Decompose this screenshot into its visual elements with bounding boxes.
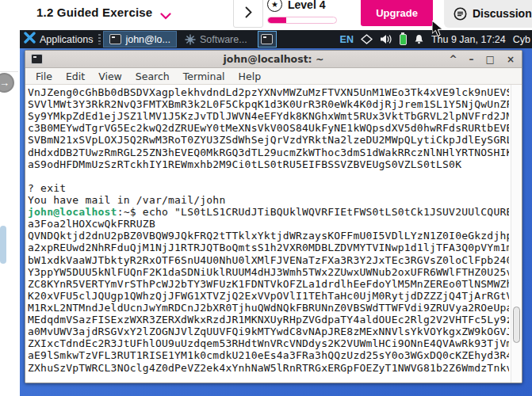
terminal-line: QVNDQktjd2dnU2pBZ0VBQW9JQkFRQ2tTTklxYktj… (28, 230, 509, 242)
menu-search[interactable]: Search (130, 69, 175, 84)
menu-terminal[interactable]: Terminal (178, 69, 231, 84)
terminal-line: dHdxdDB2TUwzRmRGL25ZN3hEVEQ0MkRGQ3dTL29u… (28, 147, 509, 158)
chevron-right-icon (245, 6, 252, 18)
maximize-button[interactable]: □ (486, 55, 495, 64)
task-button-software[interactable]: Software... (179, 31, 253, 48)
applications-menu-icon (24, 32, 36, 47)
terminal-output: VnJZeng0cGhBb0dBSDVXagplekhvdndLd2pzYXNv… (28, 86, 509, 374)
panel-grip (98, 34, 101, 44)
page-left-strip: → (0, 30, 20, 396)
software-icon (185, 34, 196, 45)
page-scrollbar-thumb[interactable] (0, 226, 6, 264)
discussion-icon (454, 7, 467, 21)
window-title: john@localhost: ~ (25, 53, 522, 65)
terminal-line: K20xVFU5clJQUgp1QWhzQjJFWG1XTVZjQ2ExVVpO… (28, 290, 509, 302)
terminal-icon (109, 34, 121, 44)
terminal-line: Y3ppYW5DUU5kNlFUQnF2K1daSDNiUklRUUM4dHJ3… (28, 266, 509, 278)
task-button-terminal[interactable]: john@lo... (103, 31, 176, 48)
discussion-label: Discussion (473, 7, 532, 20)
discussion-button[interactable]: Discussion (444, 0, 532, 28)
terminal-screen[interactable]: VnJZeng0cGhBb0dBSDVXagplekhvdndLd2pzYXNv… (25, 85, 522, 383)
desktop: john@localhost: ~ ^ – □ × File Edit View… (20, 48, 532, 396)
terminal-menubar: File Edit View Search Terminal Help (25, 68, 522, 85)
terminal-window: john@localhost: ~ ^ – □ × File Edit View… (25, 50, 522, 383)
terminal-titlebar[interactable]: john@localhost: ~ ^ – □ × (25, 51, 522, 68)
upgrade-button[interactable]: Upgrade (361, 0, 433, 26)
terminal-line: MEdqdmVSazFISExzWXR3ZERXdWkxRzdJR1MKNXUy… (28, 314, 509, 326)
minimize-button[interactable]: – (469, 55, 474, 64)
terminal-launcher-button[interactable] (258, 31, 277, 48)
taskbar: Applications john@lo... Software... EN T… (20, 30, 532, 48)
terminal-line (28, 170, 509, 182)
terminal-line: SVBmN21xSVpLOXJ5Q2RwM3RoT0ZYU3ZSdWhSejQr… (28, 134, 509, 146)
terminal-line: aE9lSmkwTzVFL3RUT1RISE1YM1k0cmdkU210eEs4… (28, 349, 509, 361)
course-header: 1.2 Guided Exercise ★ Level 4 Upgrade Di… (0, 0, 532, 30)
shade-button[interactable]: ^ (450, 55, 457, 64)
menu-view[interactable]: View (93, 69, 128, 84)
terminal-line: Sy9YMkpZdEd1ejJSZ1lMV1J5KzJvTDlJWVN4eEFY… (28, 110, 509, 122)
close-button[interactable]: × (507, 55, 515, 64)
terminal-line: ZXhuSzVpTWRCL3NOclg4Z0dPeVZ2ek4xYnhNaW5l… (28, 362, 509, 374)
terminal-line: bW1xdkVaaWJTbktyR2RxOTF6SnU4U0NhU0lXMlFJ… (28, 254, 509, 266)
prompt-user: john@localhost (28, 206, 117, 218)
terminal-line: ? exit (28, 182, 509, 194)
screen: 1.2 Guided Exercise ★ Level 4 Upgrade Di… (0, 0, 532, 396)
terminal-line: M1RxL2NTMndJeldUcnJwYmRDCnJ2bXR0TjhuQWdN… (28, 302, 509, 314)
task-label: john@lo... (125, 34, 170, 45)
next-page-button[interactable] (233, 0, 263, 28)
terminal-line: ZC8KYnR5VERTYmVrSThPcWJ2bTY3WFUzK1FDNTVk… (28, 278, 509, 290)
terminal-line: a0MvUWV3ajdRSGVxY2lZOGNJVlZqUUVFQi9kMTYw… (28, 326, 509, 337)
divider (0, 71, 18, 72)
terminal-scrollbar[interactable] (511, 85, 522, 383)
notifications-bell-icon[interactable] (414, 34, 424, 44)
menu-help[interactable]: Help (233, 69, 267, 84)
terminal-line: VnJZeng0cGhBb0dBSDVXagplekhvdndLd2pzYXNv… (28, 86, 509, 98)
menu-file[interactable]: File (30, 69, 58, 84)
volume-icon[interactable] (380, 34, 392, 44)
language-indicator[interactable]: EN (340, 34, 354, 45)
terminal-line: a3Foa2lHOXcwQkFRRUZB (28, 218, 509, 230)
lesson-title[interactable]: 1.2 Guided Exercise (36, 6, 152, 19)
prompt-command: :~$ echo "LS0tLS1CRUdJTiBQUklWQVRFIEtFWS… (117, 206, 509, 218)
level-label: Level 4 (288, 0, 325, 11)
terminal-line: You have mail in /var/mail/john (28, 194, 509, 206)
terminal-line: SVVlMWt3Y3RkR2NvQ3FMTXBmR3k2L0F5CkpqK1d3… (28, 98, 509, 110)
applications-menu[interactable]: Applications (40, 34, 93, 45)
mouse-cursor (432, 21, 443, 40)
tray-partial-text: Cyb (513, 34, 530, 45)
terminal-prompt-line: john@localhost:~$ echo "LS0tLS1CRUdJTiBQ… (28, 206, 509, 218)
task-label: Software... (200, 34, 247, 45)
terminal-line: ZXIxcTdndEc2R3JtUFhlOU9uUzdqem53RHdtWnVR… (28, 337, 509, 349)
chevron-down-icon[interactable] (160, 9, 171, 23)
menu-edit[interactable]: Edit (60, 69, 90, 84)
arrow-right-button[interactable]: → (0, 73, 14, 93)
level-badge: ★ Level 4 (267, 0, 354, 12)
level-progress-bar (267, 17, 337, 24)
terminal-line: a2xpREUwd2NhRFduQjM1NjJ1RTRJQTBoQmtsS1h2… (28, 242, 509, 253)
terminal-line: aS9odHFDMmUzSzRTckhIY1REWmxhb2M9Ci0tLS0t… (28, 158, 509, 170)
terminal-line: c3B0MEYwdTgrVG5Ec2kwQ2dZRUEwY0tMeXNsVkV0… (28, 122, 509, 134)
battery-icon[interactable] (400, 34, 407, 45)
level-progress-fill (268, 17, 286, 23)
terminal-icon (261, 34, 273, 44)
network-icon[interactable] (361, 34, 373, 44)
terminal-scrollbar-thumb[interactable] (513, 307, 520, 343)
star-icon: ★ (267, 0, 282, 12)
